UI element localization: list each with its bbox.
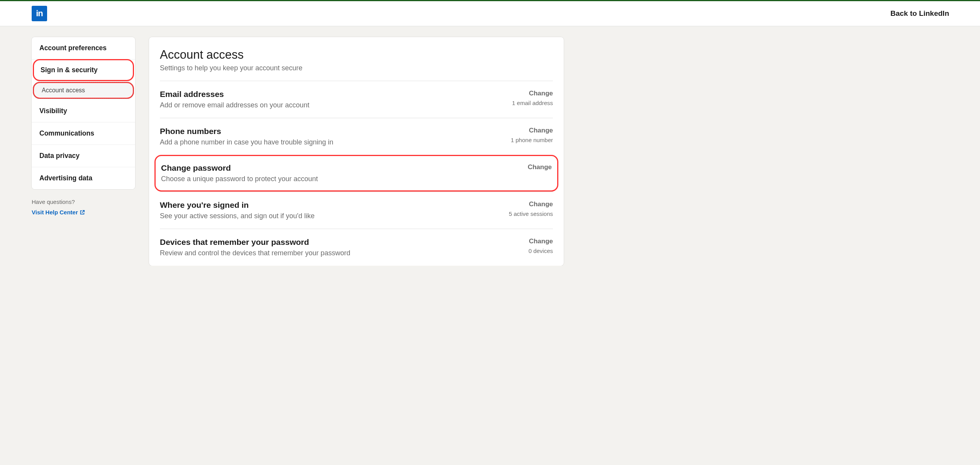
sidebar-item-advertising-data[interactable]: Advertising data — [32, 167, 135, 189]
content-container: Account preferences Sign in & security A… — [0, 26, 595, 266]
help-area: Have questions? Visit Help Center — [32, 199, 135, 216]
sidebar-item-sign-in-security[interactable]: Sign in & security — [33, 59, 134, 81]
back-to-linkedin-link[interactable]: Back to LinkedIn — [890, 9, 949, 18]
global-header: in Back to LinkedIn — [0, 1, 980, 26]
row-right: Change 1 phone number — [503, 127, 553, 143]
change-action: Change — [528, 163, 552, 171]
help-link-label: Visit Help Center — [32, 209, 78, 216]
row-right: Change — [520, 163, 552, 173]
change-action: Change — [512, 90, 553, 97]
row-desc: Choose a unique password to protect your… — [161, 175, 520, 183]
row-desc: Add or remove email addresses on your ac… — [160, 101, 504, 109]
change-action: Change — [511, 127, 553, 134]
row-title: Where you're signed in — [160, 200, 501, 210]
main-panel: Account access Settings to help you keep… — [149, 37, 564, 266]
page-subtitle: Settings to help you keep your account s… — [160, 64, 553, 72]
row-desc: Add a phone number in case you have trou… — [160, 138, 503, 146]
setting-row-change-password[interactable]: Change password Choose a unique password… — [154, 155, 558, 192]
row-left: Where you're signed in See your active s… — [160, 200, 501, 220]
change-action: Change — [509, 200, 553, 208]
row-title: Change password — [161, 163, 520, 173]
row-title: Phone numbers — [160, 127, 503, 136]
sidebar-item-visibility[interactable]: Visibility — [32, 100, 135, 122]
row-meta: 1 phone number — [511, 137, 553, 143]
external-link-icon — [80, 210, 85, 215]
change-action: Change — [529, 238, 553, 245]
row-meta: 0 devices — [529, 248, 553, 254]
sidebar-item-data-privacy[interactable]: Data privacy — [32, 145, 135, 167]
row-right: Change 5 active sessions — [501, 200, 553, 217]
sidebar-subitem-account-access[interactable]: Account access — [33, 82, 134, 99]
setting-row-devices-remember-password[interactable]: Devices that remember your password Revi… — [160, 229, 553, 266]
linkedin-logo[interactable]: in — [32, 6, 47, 21]
sidebar-card: Account preferences Sign in & security A… — [32, 37, 135, 189]
row-desc: See your active sessions, and sign out i… — [160, 212, 501, 220]
row-left: Email addresses Add or remove email addr… — [160, 90, 504, 109]
row-title: Email addresses — [160, 90, 504, 99]
settings-sidebar: Account preferences Sign in & security A… — [32, 37, 135, 266]
row-meta: 5 active sessions — [509, 210, 553, 217]
logo-text: in — [36, 8, 43, 19]
sidebar-item-account-preferences[interactable]: Account preferences — [32, 37, 135, 59]
row-right: Change 0 devices — [521, 238, 553, 254]
page-title: Account access — [160, 48, 553, 62]
setting-row-email-addresses[interactable]: Email addresses Add or remove email addr… — [160, 81, 553, 118]
row-right: Change 1 email address — [504, 90, 553, 106]
row-desc: Review and control the devices that reme… — [160, 249, 521, 257]
row-left: Change password Choose a unique password… — [161, 163, 520, 183]
row-meta: 1 email address — [512, 100, 553, 106]
visit-help-center-link[interactable]: Visit Help Center — [32, 209, 85, 216]
row-left: Devices that remember your password Revi… — [160, 238, 521, 257]
row-left: Phone numbers Add a phone number in case… — [160, 127, 503, 146]
row-title: Devices that remember your password — [160, 238, 521, 247]
setting-row-phone-numbers[interactable]: Phone numbers Add a phone number in case… — [160, 118, 553, 155]
sidebar-item-communications[interactable]: Communications — [32, 122, 135, 145]
help-question-text: Have questions? — [32, 199, 135, 205]
setting-row-where-signed-in[interactable]: Where you're signed in See your active s… — [160, 192, 553, 229]
